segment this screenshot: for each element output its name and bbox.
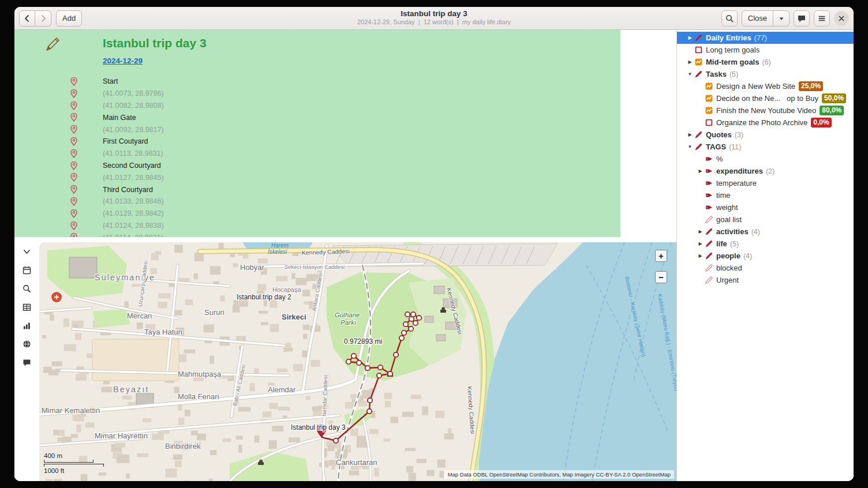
entry-line[interactable]: (41.0114, 28.9831) xyxy=(68,231,620,237)
sidebar-item-design-a-new-web-site[interactable]: Design a New Web Site25,0% xyxy=(677,80,854,92)
sidebar-item-goal-list[interactable]: goal list xyxy=(677,213,854,226)
route-waypoint[interactable] xyxy=(357,361,361,365)
sidebar-item-mid-term-goals[interactable]: ▶Mid-term goals(6) xyxy=(677,56,854,68)
editor-panel[interactable]: Istanbul trip day 3 2024-12-29 Start(41.… xyxy=(14,30,676,237)
route-waypoint[interactable] xyxy=(402,331,406,335)
sidebar-item-people[interactable]: ▶people(4) xyxy=(677,250,854,262)
add-button[interactable]: Add xyxy=(56,10,82,27)
route-waypoint[interactable] xyxy=(346,359,351,364)
tree-item-label: Design a New Web Site xyxy=(716,82,795,91)
sidebar-item-quotes[interactable]: ▶Quotes(3) xyxy=(677,129,854,141)
expander-icon[interactable]: ▶ xyxy=(685,59,695,65)
expander-icon[interactable]: ▶ xyxy=(695,253,705,258)
chevron-down-icon[interactable] xyxy=(21,246,33,257)
close-entry-button[interactable]: Close xyxy=(742,10,773,27)
search-icon[interactable] xyxy=(21,283,33,294)
expander-icon[interactable]: ▶ xyxy=(695,168,705,174)
map-panel: Kennedy CaddesiKennedy CaddesiKennedy Ca… xyxy=(14,237,676,481)
route-waypoint[interactable] xyxy=(367,409,372,414)
route-waypoint[interactable] xyxy=(399,336,404,340)
expander-icon[interactable]: ▼ xyxy=(685,144,695,149)
zoom-in-button[interactable]: + xyxy=(655,250,667,262)
entry-line[interactable]: Third Courtyard xyxy=(68,183,620,196)
sidebar-item-organize-the-photo-archive[interactable]: Organize the Photo Archive0,0% xyxy=(677,117,854,129)
sidebar-item-expenditures[interactable]: ▶expenditures(2) xyxy=(677,165,854,177)
menu-button[interactable] xyxy=(814,10,830,27)
tag-icon xyxy=(705,179,714,187)
sidebar-item-daily-entries[interactable]: ▶Daily Entries(77) xyxy=(677,32,854,44)
route-waypoint[interactable] xyxy=(365,366,370,370)
bar-chart-icon[interactable] xyxy=(21,320,33,331)
map-label: Sirkeci xyxy=(282,313,306,321)
sidebar-item-tags[interactable]: ▼TAGS(11) xyxy=(677,141,854,153)
entry-line[interactable]: First Coutyard xyxy=(68,136,620,148)
route-waypoint[interactable] xyxy=(334,438,338,443)
window-close-button[interactable] xyxy=(834,11,849,26)
close-entry-dropdown-button[interactable] xyxy=(773,10,790,27)
forward-button[interactable] xyxy=(35,10,51,27)
route-waypoint[interactable] xyxy=(417,316,421,320)
zoom-out-button[interactable]: − xyxy=(655,271,667,283)
route-waypoint[interactable] xyxy=(411,312,416,317)
calendar-icon[interactable] xyxy=(21,265,33,276)
hamburger-icon xyxy=(817,14,826,23)
entry-line[interactable]: (41.0073, 28.9796) xyxy=(68,88,620,100)
comment-icon[interactable] xyxy=(21,357,33,368)
sidebar-item-finish-the-new-youtube-video[interactable]: Finish the New Youtube Video80,0% xyxy=(677,104,854,117)
expander-icon[interactable]: ▼ xyxy=(685,72,695,77)
back-button[interactable] xyxy=(19,10,35,27)
expander-icon[interactable]: ▶ xyxy=(685,35,695,40)
entry-title[interactable]: Istanbul trip day 3 xyxy=(103,36,620,51)
entry-line[interactable]: (41.0124, 28.9838) xyxy=(68,220,620,232)
comments-button[interactable] xyxy=(794,10,810,27)
globe-icon[interactable] xyxy=(21,339,33,350)
route-waypoint[interactable] xyxy=(403,322,408,326)
entry-line[interactable]: (41.0092, 28.9817) xyxy=(68,123,620,136)
count-badge: (5) xyxy=(729,70,738,78)
tree-item-label: time xyxy=(716,191,731,200)
route-waypoint[interactable] xyxy=(368,398,372,403)
sidebar-item-urgent[interactable]: Urgent xyxy=(677,274,854,286)
route-waypoint[interactable] xyxy=(413,321,418,325)
entry-line[interactable]: Start xyxy=(68,76,620,88)
expander-icon[interactable]: ▶ xyxy=(695,229,705,234)
window-title: Istanbul trip day 3 xyxy=(357,9,511,18)
entry-line[interactable]: Second Courtyard xyxy=(68,160,620,172)
sidebar-item-tasks[interactable]: ▼Tasks(5) xyxy=(677,68,854,80)
sidebar-item-time[interactable]: time xyxy=(677,189,854,201)
entry-line[interactable]: Main Gate xyxy=(68,111,620,123)
route-waypoint[interactable] xyxy=(394,352,398,357)
sidebar-item-percent[interactable]: % xyxy=(677,153,854,165)
expander-icon[interactable]: ▶ xyxy=(685,132,695,137)
search-button[interactable] xyxy=(721,10,738,27)
sidebar-item-activities[interactable]: ▶activities(4) xyxy=(677,226,854,238)
entry-date-link[interactable]: 2024-12-29 xyxy=(103,56,143,66)
expander-icon[interactable]: ▶ xyxy=(695,241,705,246)
table-icon[interactable] xyxy=(21,302,33,313)
entry-line[interactable]: (41.0113, 28.9831) xyxy=(68,148,620,160)
editor-body[interactable]: Istanbul trip day 3 2024-12-29 Start(41.… xyxy=(68,30,620,237)
entry-line[interactable]: (41.0127, 28.9845) xyxy=(68,171,620,183)
route-waypoint[interactable] xyxy=(351,354,356,358)
entry-line[interactable]: (41.0129, 28.9842) xyxy=(68,208,620,220)
sidebar-item-long-term-goals[interactable]: Long term goals xyxy=(677,44,854,56)
map-canvas[interactable]: Kennedy CaddesiKennedy CaddesiKennedy Ca… xyxy=(39,242,676,481)
entry-line[interactable]: (41.0082, 28.9808) xyxy=(68,100,620,112)
route-waypoint[interactable] xyxy=(378,365,383,370)
sidebar-item-temperature[interactable]: temperature xyxy=(677,177,854,189)
sidebar-item-life[interactable]: ▶life(5) xyxy=(677,238,854,250)
entry-line[interactable]: (41.0133, 28.9846) xyxy=(68,196,620,208)
route-waypoint[interactable] xyxy=(405,312,410,317)
map-pin-icon xyxy=(70,197,77,206)
sidebar-item-weight[interactable]: weight xyxy=(677,201,854,213)
map-pin-icon xyxy=(70,233,77,237)
sidebar-item-blocked[interactable]: blocked xyxy=(677,262,854,274)
route-waypoint[interactable] xyxy=(409,326,413,331)
sidebar-item-decide-on-the-ne-op-to-buy[interactable]: Decide on the Ne... op to Buy50,0% xyxy=(677,92,854,104)
route-waypoint[interactable] xyxy=(388,371,392,376)
map-pin-icon xyxy=(70,222,77,230)
tree-item-label: weight xyxy=(716,203,738,212)
entry-text: (41.0133, 28.9846) xyxy=(103,197,164,205)
route-waypoint[interactable] xyxy=(377,373,381,378)
pencil-icon xyxy=(705,240,714,248)
